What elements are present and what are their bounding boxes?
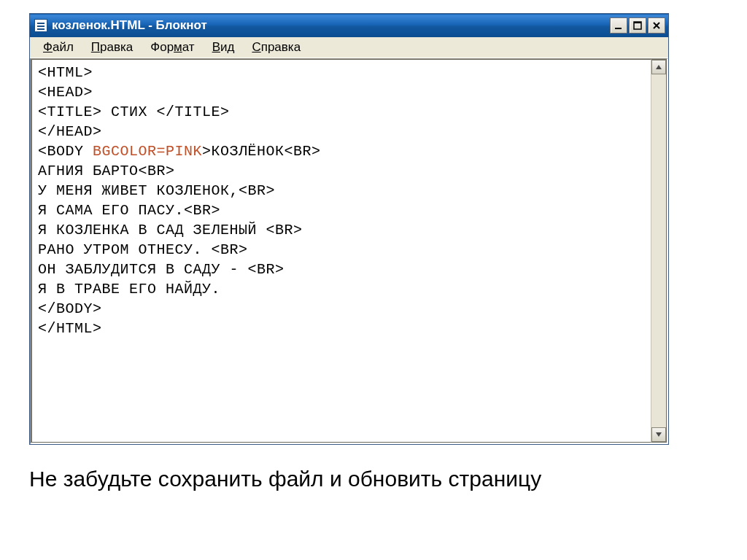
vertical-scrollbar[interactable] [651, 59, 667, 443]
text-area[interactable]: <HTML> <HEAD> <TITLE> СТИХ </TITLE> </HE… [31, 59, 651, 443]
editor-content: <HTML> <HEAD> <TITLE> СТИХ </TITLE> </HE… [38, 63, 645, 338]
code-line: <BODY BGCOLOR=PINK>КОЗЛЁНОК<BR> [38, 143, 321, 160]
menu-view[interactable]: Вид [204, 39, 244, 56]
menubar: Файл Правка Формат Вид Справка [30, 37, 668, 58]
svg-rect-2 [634, 22, 641, 23]
document-icon [34, 19, 47, 32]
slide-caption: Не забудьте сохранить файл и обновить ст… [29, 467, 711, 491]
code-line: Я В ТРАВЕ ЕГО НАЙДУ. [38, 281, 220, 298]
menu-edit[interactable]: Правка [82, 39, 142, 56]
code-line: </HEAD> [38, 123, 102, 140]
titlebar[interactable]: козленок.HTML - Блокнот [30, 14, 668, 37]
maximize-button[interactable] [629, 18, 646, 34]
window-title: козленок.HTML - Блокнот [52, 18, 610, 33]
notepad-window: козленок.HTML - Блокнот Файл Правка Форм… [29, 13, 669, 445]
code-line: Я САМА ЕГО ПАСУ.<BR> [38, 202, 220, 219]
scroll-track[interactable] [651, 74, 666, 427]
code-line: </HTML> [38, 320, 102, 337]
scroll-up-button[interactable] [651, 60, 666, 74]
menu-format[interactable]: Формат [142, 39, 203, 56]
code-line: У МЕНЯ ЖИВЕТ КОЗЛЕНОК,<BR> [38, 182, 275, 199]
code-line: <TITLE> СТИХ </TITLE> [38, 104, 230, 120]
slide: козленок.HTML - Блокнот Файл Правка Форм… [0, 0, 747, 560]
close-button[interactable] [648, 18, 665, 34]
svg-rect-0 [615, 28, 622, 29]
minimize-button[interactable] [610, 18, 627, 34]
code-line: <HEAD> [38, 84, 93, 101]
menu-help[interactable]: Справка [243, 39, 309, 56]
code-line: РАНО УТРОМ ОТНЕСУ. <BR> [38, 241, 248, 258]
bgcolor-attribute: BGCOLOR=PINK [93, 143, 202, 160]
code-line: <HTML> [38, 64, 93, 81]
code-line: Я КОЗЛЕНКА В САД ЗЕЛЕНЫЙ <BR> [38, 222, 303, 238]
code-line: </BODY> [38, 300, 102, 317]
client-area-wrap: <HTML> <HEAD> <TITLE> СТИХ </TITLE> </HE… [30, 58, 668, 444]
code-line: ОН ЗАБЛУДИТСЯ В САДУ - <BR> [38, 261, 285, 278]
scroll-down-button[interactable] [651, 427, 666, 442]
code-line: АГНИЯ БАРТО<BR> [38, 163, 175, 179]
menu-file[interactable]: Файл [34, 39, 82, 56]
window-controls [610, 18, 665, 34]
